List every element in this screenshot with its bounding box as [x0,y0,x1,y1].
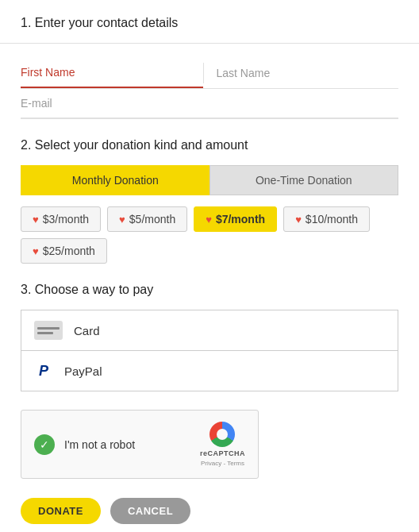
step1-title: 1. Enter your contact details [21,16,398,30]
name-row [21,58,398,89]
card-icon [34,321,63,340]
last-name-input[interactable] [204,58,399,88]
donation-section: 2. Select your donation kind and amount … [21,138,398,264]
card-icon-lines [37,327,60,334]
recaptcha-brand: reCAPTCHA [200,449,245,457]
heart-icon-25: ♥ [33,245,39,257]
pay-options-container: Card P PayPal [21,310,398,391]
cancel-button[interactable]: CANCEL [110,498,190,524]
amount-options: ♥ $3/month ♥ $5/month ♥ $7/month ♥ $10/m… [21,206,398,264]
amount-7-label: $7/month [216,213,265,226]
donate-button[interactable]: DONATE [21,498,101,524]
action-buttons: DONATE CANCEL [21,498,398,524]
card-label: Card [74,324,100,337]
captcha-box[interactable]: ✓ I'm not a robot reCAPTCHA Privacy - Te… [21,410,259,479]
captcha-label: I'm not a robot [64,438,135,451]
recaptcha-logo [210,422,235,447]
pay-paypal-option[interactable]: P PayPal [21,350,398,391]
divider-1 [0,43,419,44]
contact-section: 1. Enter your contact details [21,16,398,119]
first-name-input[interactable] [21,58,203,88]
amount-25-label: $25/month [43,245,95,257]
captcha-right: reCAPTCHA Privacy - Terms [200,422,245,467]
amount-10-label: $10/month [306,213,358,226]
card-line-1 [37,327,60,330]
amount-5-label: $5/month [129,213,175,226]
amount-3[interactable]: ♥ $3/month [21,206,101,232]
amount-5[interactable]: ♥ $5/month [107,206,187,232]
captcha-left: ✓ I'm not a robot [34,434,135,455]
heart-icon-3: ♥ [33,214,39,226]
pay-card-option[interactable]: Card [21,310,398,351]
heart-icon-7: ♥ [206,214,212,226]
step2-title: 2. Select your donation kind and amount [21,138,398,152]
heart-icon-5: ♥ [119,214,125,226]
tab-monthly[interactable]: Monthly Donation [21,165,210,195]
paypal-label: PayPal [64,364,102,378]
pay-section: 3. Choose a way to pay Card P PayPal [21,283,398,391]
tab-one-time[interactable]: One-Time Donation [210,165,399,195]
email-input[interactable] [21,89,398,118]
amount-25[interactable]: ♥ $25/month [21,238,107,264]
amount-10[interactable]: ♥ $10/month [283,206,370,232]
step3-title: 3. Choose a way to pay [21,283,398,297]
card-line-2 [37,332,53,334]
email-row [21,89,398,119]
heart-icon-10: ♥ [295,214,302,226]
amount-7[interactable]: ♥ $7/month [194,206,277,232]
amount-3-label: $3/month [43,213,89,226]
captcha-checkmark: ✓ [34,434,55,455]
donation-tabs: Monthly Donation One-Time Donation [21,165,398,195]
recaptcha-sub: Privacy - Terms [201,460,244,467]
paypal-icon: P [34,361,53,380]
